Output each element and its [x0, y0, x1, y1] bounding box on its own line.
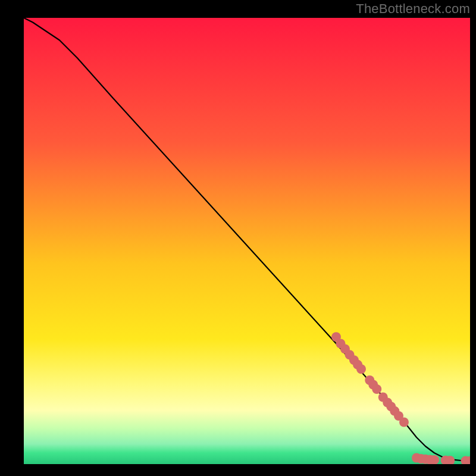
chart-plot — [24, 18, 470, 464]
attribution-text: TheBottleneck.com — [356, 1, 470, 17]
marker-dot — [356, 364, 366, 374]
chart-frame: TheBottleneck.com — [0, 0, 476, 476]
chart-svg — [24, 18, 470, 464]
marker-dot — [372, 384, 381, 394]
chart-background — [24, 18, 470, 464]
marker-dot — [399, 418, 409, 427]
